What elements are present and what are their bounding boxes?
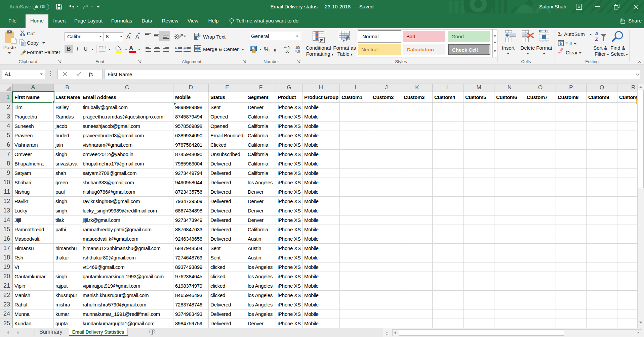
svg-text:A: A — [595, 31, 599, 36]
svg-text:Z: Z — [595, 36, 598, 42]
svg-text:ab: ab — [174, 33, 180, 40]
svg-text:Σ: Σ — [558, 31, 562, 37]
